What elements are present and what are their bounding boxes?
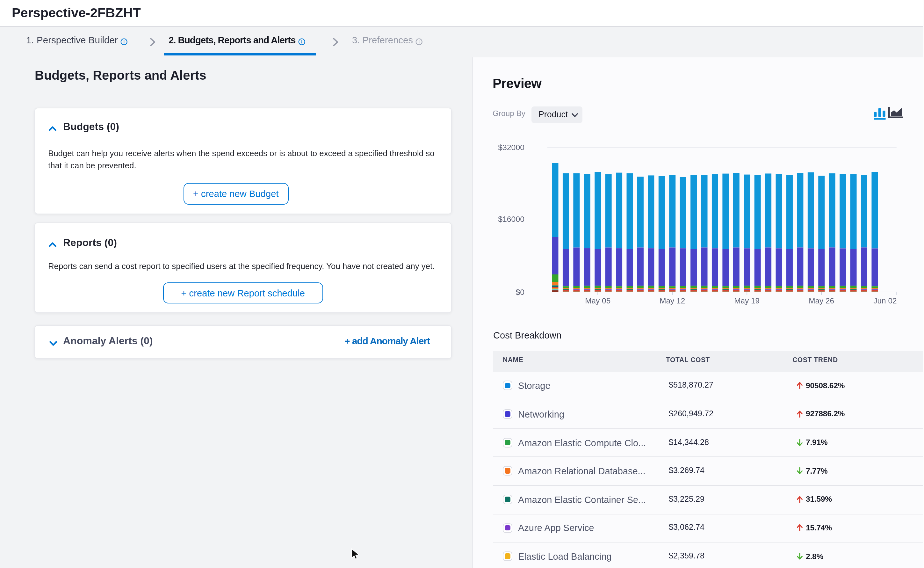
svg-text:$16000: $16000 [498, 215, 525, 224]
svg-text:May 05: May 05 [585, 296, 610, 305]
svg-text:May 19: May 19 [734, 296, 760, 305]
svg-text:$32000: $32000 [498, 143, 525, 152]
svg-text:May 26: May 26 [809, 296, 834, 305]
svg-text:May 12: May 12 [660, 296, 685, 305]
svg-text:Jun 02: Jun 02 [873, 296, 897, 305]
svg-text:$0: $0 [516, 288, 525, 296]
